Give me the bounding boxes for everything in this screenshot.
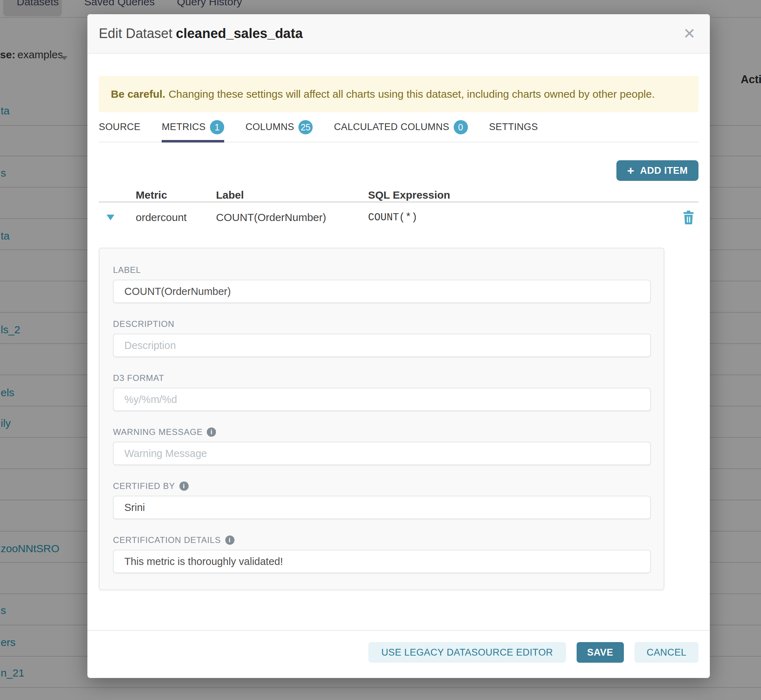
metric-row: ordercount COUNT(OrderNumber) COUNT(*) (99, 208, 698, 227)
field-label-caption: LABEL (113, 265, 651, 275)
field-d3-format-caption: D3 FORMAT (113, 373, 651, 383)
metrics-count-badge: 1 (210, 120, 224, 134)
metric-detail-panel: LABEL DESCRIPTION D3 FORMAT WARNING MESS… (99, 248, 664, 590)
field-warning-message-caption: WARNING MESSAGE (113, 427, 203, 438)
modal-footer: USE LEGACY DATASOURCE EDITOR SAVE CANCEL (99, 642, 698, 663)
edit-dataset-modal: Edit Datasetcleaned_sales_data ✕ Be care… (88, 14, 710, 678)
footer-divider (88, 630, 710, 631)
save-button[interactable]: SAVE (577, 642, 624, 663)
modal-title: Edit Datasetcleaned_sales_data (99, 26, 303, 41)
col-header-sql-expression: SQL Expression (368, 189, 678, 201)
metric-sql-expression: COUNT(*) (368, 212, 678, 223)
field-certified-by: CERTIFIED BY (113, 481, 651, 519)
dataset-name: cleaned_sales_data (176, 26, 303, 41)
metric-label: COUNT(OrderNumber) (216, 211, 368, 223)
screen: Datasets Saved Queries Query History se:… (0, 0, 761, 700)
tab-columns[interactable]: COLUMNS 25 (245, 112, 313, 142)
metric-name: ordercount (136, 211, 216, 223)
info-icon (225, 536, 234, 545)
modal-tab-bar: SOURCE METRICS 1 COLUMNS 25 CALCULATED C… (99, 112, 698, 142)
field-certified-by-caption: CERTIFIED BY (113, 481, 175, 491)
collapse-caret-icon[interactable] (106, 215, 114, 220)
col-header-metric: Metric (136, 189, 216, 201)
warning-banner: Be careful. Changing these settings will… (99, 76, 698, 112)
cancel-button[interactable]: CANCEL (634, 642, 698, 663)
tab-calculated-columns[interactable]: CALCULATED COLUMNS 0 (334, 112, 467, 142)
field-certification-details: CERTIFICATION DETAILS (113, 535, 651, 573)
description-input[interactable] (113, 334, 651, 357)
field-description-caption: DESCRIPTION (113, 319, 651, 330)
modal-header: Edit Datasetcleaned_sales_data ✕ (88, 14, 710, 54)
field-warning-message: WARNING MESSAGE (113, 427, 651, 465)
info-icon (207, 427, 216, 437)
tab-metrics[interactable]: METRICS 1 (162, 112, 224, 142)
warning-banner-bold: Be careful. (111, 88, 165, 100)
close-icon[interactable]: ✕ (683, 26, 695, 41)
metrics-table-header: Metric Label SQL Expression (99, 189, 698, 203)
warning-banner-text: Changing these settings will affect all … (169, 88, 655, 100)
field-certification-details-caption: CERTIFICATION DETAILS (113, 535, 221, 545)
modal-title-prefix: Edit Dataset (99, 26, 172, 41)
info-icon (180, 481, 189, 491)
delete-metric-trash-icon[interactable] (681, 209, 695, 226)
tab-source[interactable]: SOURCE (99, 112, 140, 142)
warning-message-input[interactable] (113, 442, 651, 465)
field-description: DESCRIPTION (113, 319, 651, 357)
use-legacy-datasource-editor-button[interactable]: USE LEGACY DATASOURCE EDITOR (369, 642, 566, 663)
field-label: LABEL (113, 265, 651, 303)
col-header-label: Label (216, 189, 368, 201)
add-item-button[interactable]: + ADD ITEM (616, 160, 698, 181)
certified-by-input[interactable] (113, 496, 651, 519)
label-input[interactable] (113, 280, 651, 303)
field-d3-format: D3 FORMAT (113, 373, 651, 411)
calculated-columns-count-badge: 0 (454, 120, 468, 134)
tab-settings[interactable]: SETTINGS (489, 112, 538, 142)
columns-count-badge: 25 (298, 120, 313, 134)
certification-details-input[interactable] (113, 550, 651, 573)
plus-icon: + (627, 164, 634, 177)
d3-format-input[interactable] (113, 388, 651, 411)
metrics-actions-row: + ADD ITEM (99, 160, 698, 181)
